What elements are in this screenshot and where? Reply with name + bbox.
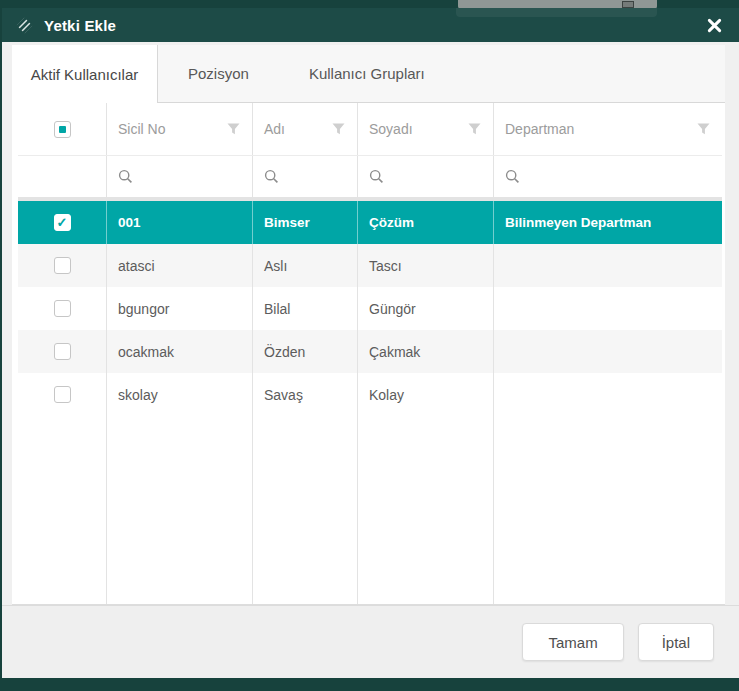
header-cell-soyadi[interactable]: Soyadı bbox=[358, 103, 494, 155]
background-dropdown-button-icon bbox=[622, 1, 634, 8]
tab-pozisyon[interactable]: Pozisyon bbox=[158, 45, 279, 102]
filter-input-soyadi[interactable] bbox=[391, 169, 465, 185]
grid-filter-row bbox=[18, 156, 722, 197]
cancel-button[interactable]: İptal bbox=[638, 623, 714, 661]
filter-cell-adi bbox=[253, 156, 358, 197]
row-checkbox[interactable] bbox=[54, 257, 71, 274]
filter-funnel-icon[interactable] bbox=[332, 123, 345, 135]
filter-funnel-icon[interactable] bbox=[697, 123, 710, 135]
cell-departman bbox=[494, 330, 722, 373]
column-title: Departman bbox=[505, 121, 574, 137]
cell-sicil-no: bgungor bbox=[107, 287, 253, 330]
table-row[interactable]: 001 Bimser Çözüm Bilinmeyen Departman bbox=[18, 201, 722, 244]
tab-aktif-kullanicilar[interactable]: Aktif Kullanıcılar bbox=[12, 45, 158, 103]
column-title: Adı bbox=[264, 121, 285, 137]
dialog-titlebar: Yetki Ekle bbox=[2, 8, 739, 42]
filter-funnel-icon[interactable] bbox=[227, 123, 240, 135]
cell-adi: Bilal bbox=[253, 287, 358, 330]
tab-label: Kullanıcı Grupları bbox=[309, 65, 425, 82]
table-row[interactable]: ocakmak Özden Çakmak bbox=[18, 330, 722, 373]
dialog-footer: Tamam İptal bbox=[2, 605, 739, 678]
filter-cell-departman bbox=[494, 156, 722, 197]
filter-input-adi[interactable] bbox=[286, 169, 342, 185]
header-cell-adi[interactable]: Adı bbox=[253, 103, 358, 155]
cell-adi: Aslı bbox=[253, 244, 358, 287]
filter-input-sicil-no[interactable] bbox=[140, 169, 220, 185]
cell-adi: Savaş bbox=[253, 373, 358, 416]
header-cell-departman[interactable]: Departman bbox=[494, 103, 722, 155]
table-row[interactable]: atasci Aslı Tascı bbox=[18, 244, 722, 287]
search-icon bbox=[505, 169, 520, 184]
filter-input-departman[interactable] bbox=[527, 169, 657, 185]
cell-soyadi: Tascı bbox=[358, 244, 494, 287]
filter-cell-soyadi bbox=[358, 156, 494, 197]
cell-departman bbox=[494, 373, 722, 416]
search-icon bbox=[118, 169, 133, 184]
cell-adi: Bimser bbox=[253, 201, 358, 244]
select-all-checkbox[interactable] bbox=[54, 121, 71, 138]
yetki-ekle-dialog: Yetki Ekle Aktif Kullanıcılar Pozisyon K… bbox=[2, 8, 739, 678]
tab-kullanici-gruplari[interactable]: Kullanıcı Grupları bbox=[279, 45, 455, 102]
cell-departman: Bilinmeyen Departman bbox=[494, 201, 722, 244]
column-title: Soyadı bbox=[369, 121, 413, 137]
cell-adi: Özden bbox=[253, 330, 358, 373]
tabstrip: Aktif Kullanıcılar Pozisyon Kullanıcı Gr… bbox=[12, 45, 725, 103]
close-icon[interactable] bbox=[704, 15, 724, 35]
filter-cell-sicil-no bbox=[107, 156, 253, 197]
cell-soyadi: Güngör bbox=[358, 287, 494, 330]
filter-cell-empty bbox=[18, 156, 107, 197]
search-icon bbox=[369, 169, 384, 184]
header-cell-sicil-no[interactable]: Sicil No bbox=[107, 103, 253, 155]
row-checkbox[interactable] bbox=[54, 214, 71, 231]
permission-diamond-icon bbox=[16, 17, 33, 34]
cell-sicil-no: 001 bbox=[107, 201, 253, 244]
column-title: Sicil No bbox=[118, 121, 165, 137]
row-checkbox[interactable] bbox=[54, 300, 71, 317]
search-icon bbox=[264, 169, 279, 184]
cell-sicil-no: atasci bbox=[107, 244, 253, 287]
table-row[interactable]: bgungor Bilal Güngör bbox=[18, 287, 722, 330]
cell-soyadi: Kolay bbox=[358, 373, 494, 416]
grid-header-row: Sicil No Adı Soyadı bbox=[18, 103, 722, 156]
table-row[interactable]: skolay Savaş Kolay bbox=[18, 373, 722, 416]
page-background: Yetki Ekle Aktif Kullanıcılar Pozisyon K… bbox=[0, 0, 739, 691]
cell-soyadi: Çözüm bbox=[358, 201, 494, 244]
filter-funnel-icon[interactable] bbox=[468, 123, 481, 135]
tab-label: Aktif Kullanıcılar bbox=[31, 66, 139, 83]
titlebar-highlight-band bbox=[456, 8, 657, 17]
header-cell-select-all bbox=[18, 103, 107, 155]
cell-soyadi: Çakmak bbox=[358, 330, 494, 373]
cell-sicil-no: ocakmak bbox=[107, 330, 253, 373]
users-grid: Sicil No Adı Soyadı bbox=[12, 103, 725, 605]
row-checkbox[interactable] bbox=[54, 386, 71, 403]
ok-button[interactable]: Tamam bbox=[522, 623, 623, 661]
cell-sicil-no: skolay bbox=[107, 373, 253, 416]
cell-departman bbox=[494, 244, 722, 287]
cell-departman bbox=[494, 287, 722, 330]
tab-label: Pozisyon bbox=[188, 65, 249, 82]
row-checkbox[interactable] bbox=[54, 343, 71, 360]
dialog-title: Yetki Ekle bbox=[44, 17, 116, 34]
grid-empty-area bbox=[18, 416, 722, 604]
dialog-body: Aktif Kullanıcılar Pozisyon Kullanıcı Gr… bbox=[2, 42, 739, 605]
